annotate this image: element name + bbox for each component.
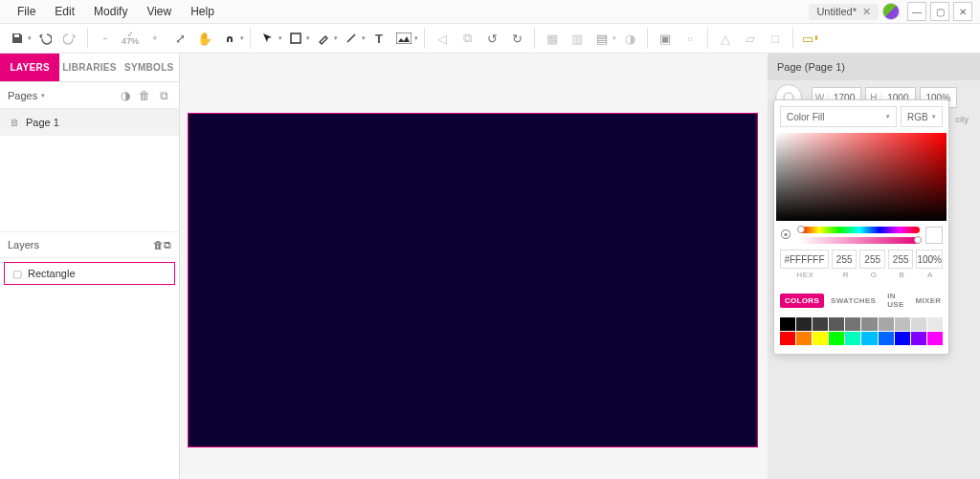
pathop2-icon[interactable]: ▱	[739, 27, 762, 50]
tab-libraries[interactable]: LIBRARIES	[59, 54, 119, 81]
layer-row[interactable]: ▢ Rectangle	[4, 262, 175, 285]
pathop1-icon[interactable]: △	[714, 27, 737, 50]
chevron-down-icon[interactable]: ▾	[612, 34, 616, 42]
tab-layers[interactable]: LAYERS	[0, 54, 59, 81]
a-input[interactable]: 100%	[916, 250, 943, 269]
tab-inuse[interactable]: IN USE	[882, 289, 908, 312]
align-center-icon[interactable]: ⧉	[456, 27, 479, 50]
color-swatch[interactable]	[813, 332, 828, 345]
color-swatch[interactable]	[927, 317, 943, 331]
page-icon: 🗎	[10, 117, 20, 128]
toggle-icon[interactable]: ◑	[118, 89, 133, 102]
tab-mixer[interactable]: MIXER	[911, 294, 947, 308]
chevron-down-icon[interactable]: ▾	[278, 34, 282, 42]
duplicate-icon[interactable]: ⧉	[156, 89, 171, 102]
close-icon[interactable]: ✕	[862, 6, 871, 18]
window-close-button[interactable]: ✕	[953, 2, 972, 21]
color-swatch[interactable]	[796, 332, 812, 345]
tab-swatches[interactable]: SWATCHES	[826, 294, 880, 308]
window-minimize-button[interactable]: —	[907, 2, 926, 21]
color-swatch[interactable]	[911, 332, 926, 345]
color-swatch[interactable]	[895, 332, 910, 345]
color-swatch[interactable]	[861, 332, 877, 345]
page-row[interactable]: 🗎 Page 1	[0, 109, 179, 136]
chevron-down-icon[interactable]: ▾	[41, 92, 45, 99]
duplicate-icon[interactable]: ⧉	[164, 239, 171, 251]
chevron-down-icon[interactable]: ▾	[306, 34, 310, 42]
undo-icon[interactable]	[33, 27, 56, 50]
select-tool-icon[interactable]	[256, 27, 279, 50]
color-swatch[interactable]	[879, 332, 894, 345]
fill-mode-select[interactable]: Color Fill▾	[780, 106, 897, 127]
chevron-down-icon[interactable]: ▾	[362, 34, 366, 42]
tab-symbols[interactable]: SYMBOLS	[120, 54, 179, 81]
menu-view[interactable]: View	[137, 5, 181, 18]
rotate-ccw-icon[interactable]: ↺	[480, 27, 503, 50]
mask-icon[interactable]: ◑	[618, 27, 641, 50]
group-icon[interactable]: ▦	[541, 27, 564, 50]
canvas[interactable]	[180, 54, 768, 479]
hue-slider[interactable]	[799, 227, 920, 233]
g-input[interactable]: 255	[859, 250, 884, 269]
color-swatch[interactable]	[813, 317, 828, 331]
trash-icon[interactable]: 🗑	[137, 89, 152, 102]
color-space-select[interactable]: RGB▾	[901, 106, 943, 127]
right-panel: Page (Page 1) W1700 H1000 100% city Colo…	[768, 54, 980, 479]
menu-edit[interactable]: Edit	[45, 5, 84, 18]
eyedropper-icon[interactable]: ⦿	[780, 229, 793, 242]
arrange-icon[interactable]: ▤	[590, 27, 613, 50]
color-swatch[interactable]	[829, 332, 844, 345]
r-input[interactable]: 255	[832, 250, 857, 269]
pan-icon[interactable]: ✋	[193, 27, 216, 50]
menu-file[interactable]: File	[8, 5, 45, 18]
rotate-cw-icon[interactable]: ↻	[505, 27, 528, 50]
text-tool-icon[interactable]: T	[368, 27, 390, 50]
chevron-down-icon[interactable]: ▾	[334, 34, 338, 42]
fit-icon[interactable]: ⤢	[168, 27, 191, 50]
save-icon[interactable]	[6, 27, 29, 50]
zoom-out-icon[interactable]: −	[94, 27, 117, 50]
zoom-level[interactable]: ⤢47%	[119, 27, 142, 50]
color-swatch[interactable]	[861, 317, 877, 331]
artboard-rectangle[interactable]	[188, 113, 758, 447]
layers-header: Layers 🗑 ⧉	[0, 231, 179, 258]
snap-icon[interactable]	[218, 27, 241, 50]
zoom-in-icon[interactable]: +	[144, 27, 167, 50]
color-swatch[interactable]	[829, 317, 844, 331]
menu-modify[interactable]: Modify	[84, 5, 137, 18]
color-swatch[interactable]	[927, 332, 943, 345]
shape-tool-icon[interactable]	[284, 27, 307, 50]
trash-icon[interactable]: 🗑	[153, 239, 164, 250]
redo-icon[interactable]	[58, 27, 81, 50]
detach-icon[interactable]: ▫	[679, 27, 702, 50]
hex-input[interactable]: #FFFFFF	[780, 250, 829, 269]
color-gradient-area[interactable]	[776, 133, 947, 221]
avatar[interactable]	[882, 3, 900, 20]
color-swatch[interactable]	[845, 317, 860, 331]
ungroup-icon[interactable]: ▥	[566, 27, 589, 50]
color-swatch[interactable]	[879, 317, 894, 331]
menu-help[interactable]: Help	[181, 5, 224, 18]
align-left-icon[interactable]: ◁	[431, 27, 454, 50]
color-swatch[interactable]	[845, 332, 860, 345]
color-swatch[interactable]	[911, 317, 926, 331]
alpha-slider[interactable]	[799, 237, 920, 244]
line-tool-icon[interactable]	[340, 27, 363, 50]
chevron-down-icon[interactable]: ▾	[240, 34, 244, 42]
color-swatch[interactable]	[780, 317, 795, 331]
chevron-down-icon[interactable]: ▾	[414, 34, 418, 42]
tab-colors[interactable]: COLORS	[780, 294, 824, 308]
b-input[interactable]: 255	[888, 250, 913, 269]
image-tool-icon[interactable]	[392, 27, 415, 50]
export-icon[interactable]: ▭⬇	[799, 27, 822, 50]
component-icon[interactable]: ▣	[654, 27, 677, 50]
color-swatch[interactable]	[796, 317, 812, 331]
chevron-down-icon[interactable]: ▾	[28, 34, 32, 42]
color-swatch[interactable]	[895, 317, 910, 331]
window-maximize-button[interactable]: ▢	[930, 2, 949, 21]
document-title-chip[interactable]: Untitled* ✕	[809, 4, 879, 20]
color-swatch[interactable]	[780, 332, 795, 345]
pathop3-icon[interactable]: □	[764, 27, 787, 50]
pen-tool-icon[interactable]	[312, 27, 335, 50]
svg-rect-0	[291, 33, 301, 43]
